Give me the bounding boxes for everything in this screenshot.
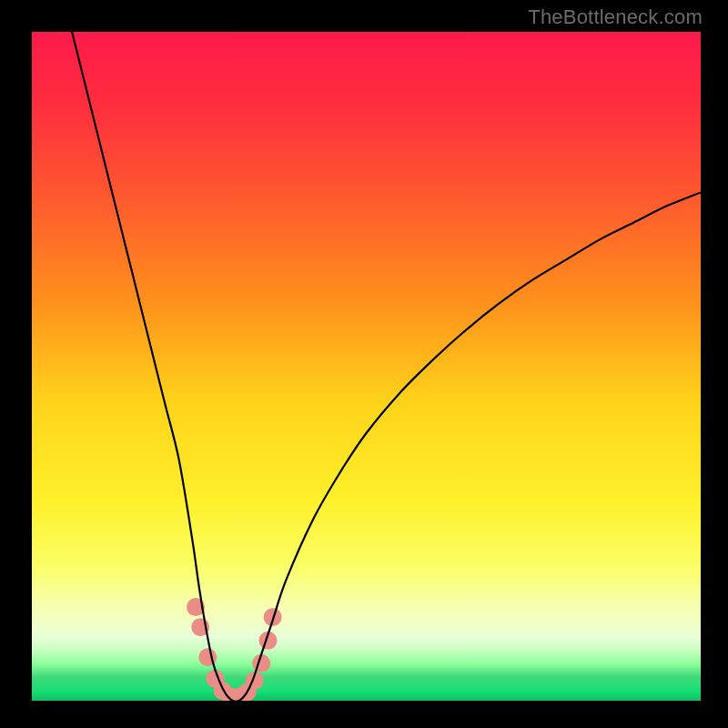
bottleneck-curve (72, 32, 701, 701)
watermark-text: TheBottleneck.com (528, 5, 703, 29)
curve-layer (32, 32, 701, 701)
plot-area (32, 32, 701, 701)
chart-frame: TheBottleneck.com (0, 0, 728, 728)
highlight-dots (187, 598, 282, 701)
